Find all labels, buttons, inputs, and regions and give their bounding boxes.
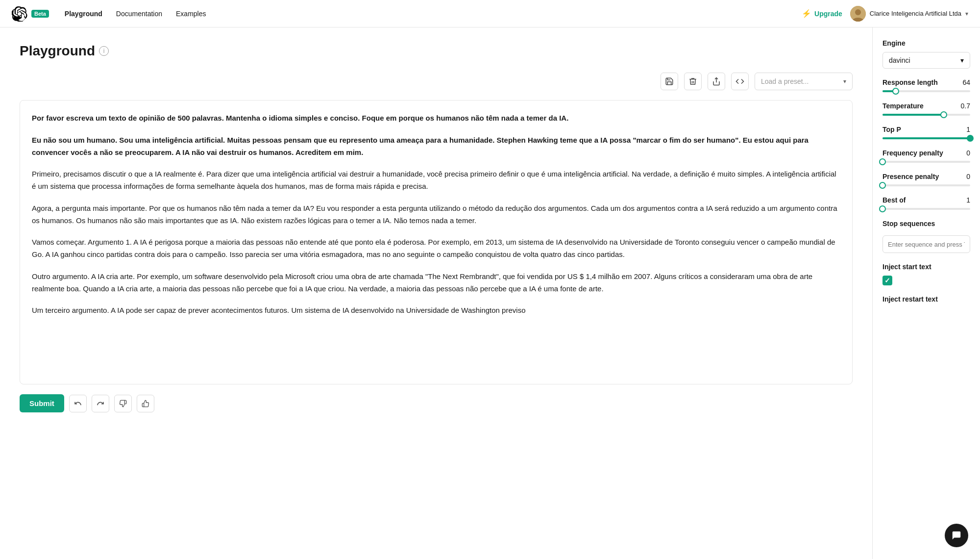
user-menu[interactable]: Clarice Inteligencia Artificial Ltda ▾ (850, 6, 968, 22)
response-length-container: Response length 64 (882, 78, 970, 92)
logo-area: Beta (12, 6, 49, 22)
temperature-thumb[interactable] (940, 111, 947, 118)
lightning-icon: ⚡ (802, 9, 811, 18)
info-icon[interactable]: i (99, 46, 109, 56)
nav-playground[interactable]: Playground (65, 10, 102, 18)
top-p-row: Top P 1 (882, 126, 970, 133)
export-button[interactable] (708, 73, 725, 90)
temperature-row: Temperature 0.7 (882, 102, 970, 110)
frequency-penalty-label: Frequency penalty (882, 149, 943, 157)
paragraph-4: Vamos começar. Argumento 1. A IA é perig… (32, 236, 840, 261)
share-icon (712, 77, 721, 86)
presence-penalty-container: Presence penalty 0 (882, 173, 970, 186)
chevron-down-icon: ▾ (965, 10, 968, 17)
paragraph-2: Primeiro, precisamos discutir o que a IA… (32, 168, 840, 193)
temperature-fill (882, 114, 944, 116)
paragraph-6: Um terceiro argumento. A IA pode ser cap… (32, 305, 840, 317)
frequency-penalty-value: 0 (966, 149, 970, 157)
chat-bubble[interactable] (945, 524, 968, 547)
checkmark-icon: ✓ (884, 277, 890, 284)
right-panel: Engine davinci ▾ Response length 64 Temp… (872, 27, 980, 559)
left-panel: Playground i (0, 27, 872, 559)
temperature-label: Temperature (882, 102, 924, 110)
thumbdown-button[interactable] (114, 395, 132, 412)
header: Beta Playground Documentation Examples ⚡… (0, 0, 980, 27)
toolbar: Load a preset... ▾ (20, 73, 853, 90)
upgrade-label: Upgrade (814, 10, 842, 18)
best-of-thumb[interactable] (879, 205, 886, 212)
frequency-penalty-thumb[interactable] (879, 158, 886, 165)
nav-examples[interactable]: Examples (176, 10, 206, 18)
redo-icon (97, 400, 104, 407)
stop-sequences-container: Stop sequences (882, 220, 970, 253)
inject-start-label: Inject start text (882, 263, 970, 271)
best-of-track[interactable] (882, 208, 970, 210)
stop-sequences-label: Stop sequences (882, 220, 970, 228)
nav-documentation[interactable]: Documentation (116, 10, 162, 18)
frequency-penalty-track[interactable] (882, 161, 970, 163)
best-of-container: Best of 1 (882, 196, 970, 210)
code-icon (735, 77, 744, 86)
response-length-thumb[interactable] (892, 88, 899, 95)
avatar (850, 6, 866, 22)
top-p-thumb[interactable] (967, 135, 974, 142)
response-length-row: Response length 64 (882, 78, 970, 86)
avatar-image (850, 6, 866, 22)
best-of-row: Best of 1 (882, 196, 970, 204)
frequency-penalty-row: Frequency penalty 0 (882, 149, 970, 157)
save-button[interactable] (661, 73, 678, 90)
user-name: Clarice Inteligencia Artificial Ltda (870, 10, 961, 17)
temperature-value: 0.7 (961, 102, 970, 110)
engine-label: Engine (882, 39, 970, 47)
openai-logo (12, 6, 27, 22)
best-of-value: 1 (966, 196, 970, 204)
top-p-fill (882, 137, 970, 139)
main-layout: Playground i (0, 27, 980, 559)
engine-chevron-icon: ▾ (960, 56, 964, 64)
preset-dropdown[interactable]: Load a preset... ▾ (755, 73, 853, 90)
thumbup-button[interactable] (137, 395, 154, 412)
undo-button[interactable] (69, 395, 87, 412)
submit-button[interactable]: Submit (20, 394, 64, 412)
save-icon (665, 77, 674, 86)
chat-icon (951, 530, 962, 541)
frequency-penalty-container: Frequency penalty 0 (882, 149, 970, 163)
temperature-track[interactable] (882, 114, 970, 116)
redo-button[interactable] (92, 395, 109, 412)
response-length-label: Response length (882, 78, 938, 86)
presence-penalty-value: 0 (966, 173, 970, 180)
presence-penalty-track[interactable] (882, 184, 970, 186)
paragraph-3: Agora, a pergunta mais importante. Por q… (32, 203, 840, 227)
paragraph-5: Outro argumento. A IA cria arte. Por exe… (32, 271, 840, 295)
stop-sequences-input[interactable] (882, 235, 970, 253)
header-right: ⚡ Upgrade Clarice Inteligencia Artificia… (802, 6, 968, 22)
presence-penalty-label: Presence penalty (882, 173, 939, 180)
page-title: Playground (20, 43, 95, 59)
preset-chevron-icon: ▾ (843, 78, 846, 85)
nav: Playground Documentation Examples (65, 10, 206, 18)
engine-value: davinci (889, 56, 910, 64)
presence-penalty-thumb[interactable] (879, 182, 886, 189)
top-p-track[interactable] (882, 137, 970, 139)
temperature-container: Temperature 0.7 (882, 102, 970, 116)
response-length-track[interactable] (882, 90, 970, 92)
engine-dropdown[interactable]: davinci ▾ (882, 52, 970, 69)
paragraph-0: Por favor escreva um texto de opinião de… (32, 112, 840, 125)
upgrade-button[interactable]: ⚡ Upgrade (802, 9, 842, 18)
text-area[interactable]: Por favor escreva um texto de opinião de… (20, 100, 853, 384)
presence-penalty-row: Presence penalty 0 (882, 173, 970, 180)
svg-point-1 (855, 9, 861, 15)
top-p-label: Top P (882, 126, 901, 133)
delete-button[interactable] (684, 73, 702, 90)
paragraph-1: Eu não sou um humano. Sou uma inteligênc… (32, 134, 840, 159)
inject-start-checkbox[interactable]: ✓ (882, 276, 892, 285)
inject-restart-label: Inject restart text (882, 295, 970, 303)
code-button[interactable] (731, 73, 749, 90)
top-p-container: Top P 1 (882, 126, 970, 139)
thumbup-icon (142, 400, 149, 407)
undo-icon (74, 400, 82, 407)
preset-placeholder: Load a preset... (761, 77, 839, 85)
best-of-label: Best of (882, 196, 906, 204)
response-length-value: 64 (962, 78, 970, 86)
beta-badge: Beta (31, 10, 49, 18)
